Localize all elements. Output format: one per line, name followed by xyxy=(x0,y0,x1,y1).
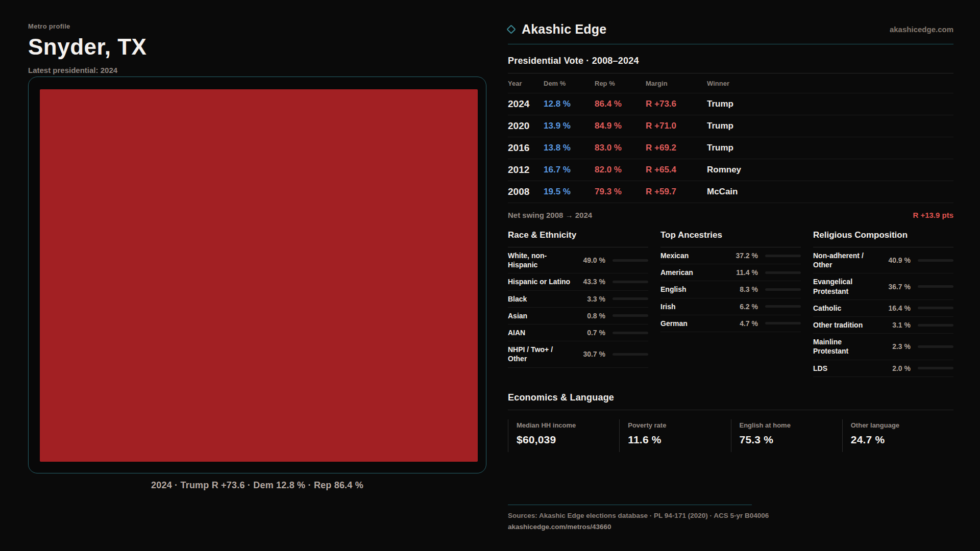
vote-table-title: Presidential Vote · 2008–2024 xyxy=(508,56,953,66)
item-bar-track xyxy=(612,297,648,300)
vote-table-body: 2024 12.8 % 86.4 % R +73.6 Trump 2020 13… xyxy=(508,93,953,203)
sources-text: Sources: Akashic Edge elections database… xyxy=(508,512,953,519)
col-header-dem: Dem % xyxy=(544,80,595,87)
item-value: 0.8 % xyxy=(575,312,605,320)
item-value: 49.0 % xyxy=(575,256,605,264)
stat-card: Other language 24.7 % xyxy=(842,419,953,452)
cell-margin: R +65.4 xyxy=(646,165,707,175)
list-item: LDS 2.0 % xyxy=(813,360,953,377)
cell-dem: 16.7 % xyxy=(544,165,595,175)
economics-stats: Median HH income $60,039 Poverty rate 11… xyxy=(508,419,953,452)
cell-year: 2016 xyxy=(508,142,544,154)
list-item: NHPI / Two+ / Other 30.7 % xyxy=(508,341,648,367)
cell-dem: 13.8 % xyxy=(544,143,595,153)
cell-rep: 79.3 % xyxy=(595,187,646,197)
stat-card: English at home 75.3 % xyxy=(731,419,842,452)
item-value: 37.2 % xyxy=(727,252,758,260)
list-item: Hispanic or Latino 43.3 % xyxy=(508,273,648,290)
economics-title: Economics & Language xyxy=(508,392,953,403)
cell-dem: 19.5 % xyxy=(544,187,595,197)
item-bar-track xyxy=(765,322,801,324)
list-item: Asian 0.8 % xyxy=(508,308,648,324)
ancestries-section: Top Ancestries Mexican 37.2 % American 1… xyxy=(660,230,801,377)
item-bar-track xyxy=(765,288,801,291)
item-label: Catholic xyxy=(813,304,880,313)
cell-rep: 84.9 % xyxy=(595,121,646,131)
item-label: Asian xyxy=(508,311,575,320)
item-value: 6.2 % xyxy=(727,303,758,311)
cell-margin: R +71.0 xyxy=(646,121,707,131)
col-header-year: Year xyxy=(508,80,544,87)
cell-rep: 82.0 % xyxy=(595,165,646,175)
net-swing-row: Net swing 2008 → 2024 R +13.9 pts xyxy=(508,203,953,228)
list-item: Mexican 37.2 % xyxy=(660,247,801,264)
permalink[interactable]: akashicedge.com/metros/43660 xyxy=(508,523,953,531)
item-label: Other tradition xyxy=(813,320,880,330)
col-header-rep: Rep % xyxy=(595,80,646,87)
item-value: 11.4 % xyxy=(727,268,758,277)
cell-winner: Trump xyxy=(707,121,953,131)
vote-table-header: Year Dem % Rep % Margin Winner xyxy=(508,73,953,93)
item-value: 3.3 % xyxy=(575,295,605,303)
item-label: German xyxy=(660,319,727,328)
item-bar-track xyxy=(765,305,801,308)
stat-value: 11.6 % xyxy=(628,434,730,446)
religion-section-title: Religious Composition xyxy=(813,230,953,247)
diamond-icon xyxy=(506,24,516,34)
list-item: Black 3.3 % xyxy=(508,291,648,308)
item-bar-track xyxy=(918,345,953,348)
item-label: English xyxy=(660,285,727,294)
stat-card: Median HH income $60,039 xyxy=(508,419,619,452)
stat-value: 75.3 % xyxy=(740,434,842,446)
stat-label: Poverty rate xyxy=(628,421,730,429)
cell-winner: Trump xyxy=(707,99,953,109)
cell-margin: R +59.7 xyxy=(646,187,707,197)
col-header-margin: Margin xyxy=(646,80,707,87)
table-row: 2020 13.9 % 84.9 % R +71.0 Trump xyxy=(508,115,953,137)
item-label: Black xyxy=(508,294,575,304)
brand-domain-link[interactable]: akashicedge.com xyxy=(890,25,953,34)
brand-logo-group: Akashic Edge xyxy=(508,22,606,37)
detail-panel: Akashic Edge akashicedge.com Presidentia… xyxy=(508,17,953,452)
item-bar-track xyxy=(918,324,953,327)
list-item: Irish 6.2 % xyxy=(660,298,801,315)
item-label: Non-adherent / Other xyxy=(813,251,880,269)
list-item: English 8.3 % xyxy=(660,281,801,298)
race-list: White, non-Hispanic 49.0 % Hispanic or L… xyxy=(508,247,648,368)
table-row: 2024 12.8 % 86.4 % R +73.6 Trump xyxy=(508,93,953,115)
stat-label: English at home xyxy=(740,421,842,429)
item-value: 30.7 % xyxy=(575,350,605,358)
list-item: AIAN 0.7 % xyxy=(508,324,648,341)
cell-margin: R +69.2 xyxy=(646,143,707,153)
brand-name: Akashic Edge xyxy=(522,22,606,37)
item-label: NHPI / Two+ / Other xyxy=(508,345,575,363)
col-header-winner: Winner xyxy=(707,80,953,87)
list-item: German 4.7 % xyxy=(660,315,801,332)
item-bar-track xyxy=(918,285,953,288)
latest-presidential-label: Latest presidential: 2024 xyxy=(28,66,146,74)
cell-year: 2008 xyxy=(508,186,544,197)
list-item: Catholic 16.4 % xyxy=(813,300,953,317)
item-bar-track xyxy=(612,353,648,356)
item-label: American xyxy=(660,268,727,277)
stat-card: Poverty rate 11.6 % xyxy=(619,419,730,452)
ancestries-list: Mexican 37.2 % American 11.4 % English 8… xyxy=(660,247,801,332)
item-label: Mainline Protestant xyxy=(813,337,880,356)
table-row: 2012 16.7 % 82.0 % R +65.4 Romney xyxy=(508,159,953,181)
item-value: 4.7 % xyxy=(727,319,758,328)
item-value: 2.3 % xyxy=(880,342,911,350)
stat-label: Median HH income xyxy=(517,421,619,429)
list-item: American 11.4 % xyxy=(660,264,801,281)
item-bar-track xyxy=(612,314,648,317)
item-label: LDS xyxy=(813,364,880,373)
item-bar-track xyxy=(918,307,953,309)
economics-divider xyxy=(508,410,953,410)
metro-map-panel xyxy=(28,77,486,473)
item-value: 16.4 % xyxy=(880,304,911,312)
brand-header: Akashic Edge akashicedge.com xyxy=(508,17,953,41)
item-value: 40.9 % xyxy=(880,256,911,264)
cell-year: 2024 xyxy=(508,98,544,110)
stat-value: $60,039 xyxy=(517,434,619,446)
net-swing-value: R +13.9 pts xyxy=(913,211,953,219)
race-section: Race & Ethnicity White, non-Hispanic 49.… xyxy=(508,230,648,377)
